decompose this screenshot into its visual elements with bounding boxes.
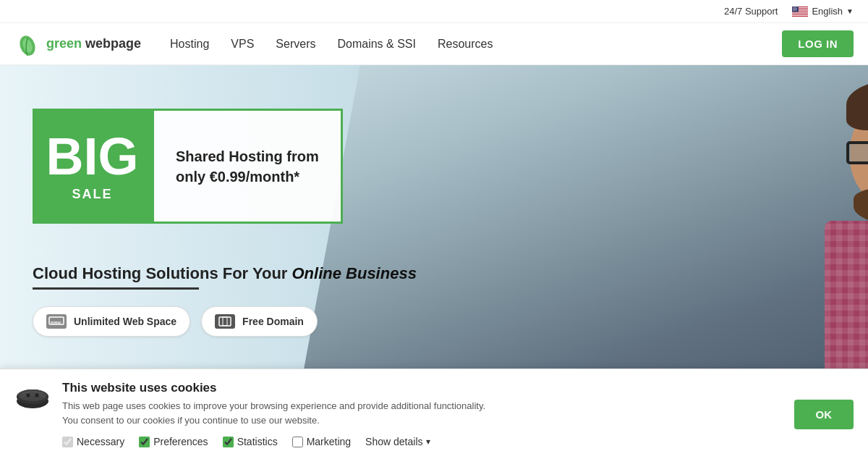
support-text: 24/7 Support: [724, 6, 778, 17]
svg-point-23: [793, 9, 794, 9]
svg-point-31: [796, 9, 796, 10]
language-label: English: [812, 6, 843, 17]
language-selector[interactable]: English ▼: [792, 6, 854, 17]
svg-rect-6: [792, 14, 808, 15]
sale-text-box: Shared Hosting from only €0.99/month*: [152, 109, 343, 224]
svg-rect-37: [219, 317, 231, 326]
svg-point-16: [796, 7, 796, 8]
hero-section: BIG SALE Shared Hosting from only €0.99/…: [0, 65, 868, 369]
svg-point-26: [796, 9, 796, 9]
cookie-banner: This website uses cookies This web page …: [0, 369, 868, 369]
svg-point-20: [795, 8, 796, 9]
svg-point-12: [796, 7, 797, 7]
svg-point-11: [796, 7, 796, 7]
sale-green-box: BIG SALE: [33, 109, 152, 224]
svg-point-19: [793, 8, 794, 9]
flag-icon: [792, 7, 808, 17]
nav-hosting[interactable]: Hosting: [170, 38, 209, 51]
logo-leaf-icon: [14, 31, 41, 57]
svg-point-18: [793, 8, 793, 9]
svg-point-22: [796, 8, 797, 9]
badge-unlimited-label: Unlimited Web Space: [74, 316, 176, 327]
nav-links: Hosting VPS Servers Domains & SSI Resour…: [170, 38, 782, 51]
nav-servers[interactable]: Servers: [276, 38, 315, 51]
svg-point-17: [797, 7, 798, 8]
sale-text: Shared Hosting from only €0.99/month*: [176, 146, 319, 187]
badge-free-domain[interactable]: Free Domain: [201, 306, 318, 337]
logo-text: green webpage: [46, 36, 141, 51]
sale-container: BIG SALE Shared Hosting from only €0.99/…: [33, 109, 343, 224]
badge-unlimited-webspace[interactable]: www Unlimited Web Space: [33, 306, 190, 337]
navbar: green webpage Hosting VPS Servers Domain…: [0, 23, 868, 65]
badge-domain-label: Free Domain: [242, 316, 304, 327]
logo[interactable]: green webpage: [14, 31, 141, 57]
tagline-text: Cloud Hosting Solutions For Your Online …: [33, 264, 417, 283]
svg-point-15: [795, 7, 796, 8]
login-button[interactable]: LOG IN: [782, 30, 854, 57]
svg-rect-4: [792, 12, 808, 12]
svg-point-9: [793, 7, 794, 7]
svg-point-24: [794, 9, 795, 9]
feature-badges: www Unlimited Web Space Free Domain: [33, 306, 318, 337]
svg-point-21: [796, 8, 796, 9]
tagline-underline: [33, 287, 199, 290]
nav-domains[interactable]: Domains & SSI: [337, 38, 415, 51]
svg-rect-5: [792, 13, 808, 14]
svg-point-30: [795, 9, 796, 10]
svg-point-13: [793, 7, 794, 8]
svg-text:www: www: [50, 320, 61, 324]
sale-label: SALE: [72, 187, 112, 202]
svg-point-25: [795, 9, 796, 9]
language-chevron: ▼: [846, 7, 854, 15]
webspace-icon: www: [46, 314, 67, 329]
svg-point-32: [796, 9, 797, 10]
sale-big-text: BIG: [46, 130, 139, 182]
svg-rect-38: [223, 317, 227, 326]
svg-point-27: [797, 9, 798, 9]
domain-icon: [215, 314, 235, 329]
top-bar: 24/7 Support: [0, 0, 868, 23]
svg-point-28: [793, 9, 793, 10]
svg-point-14: [794, 7, 795, 8]
nav-vps[interactable]: VPS: [231, 38, 254, 51]
nav-resources[interactable]: Resources: [438, 38, 493, 51]
svg-point-29: [793, 9, 794, 10]
svg-point-8: [793, 7, 793, 7]
tagline: Cloud Hosting Solutions For Your Online …: [33, 264, 417, 290]
svg-point-10: [795, 7, 796, 7]
hero-background: [304, 65, 868, 369]
